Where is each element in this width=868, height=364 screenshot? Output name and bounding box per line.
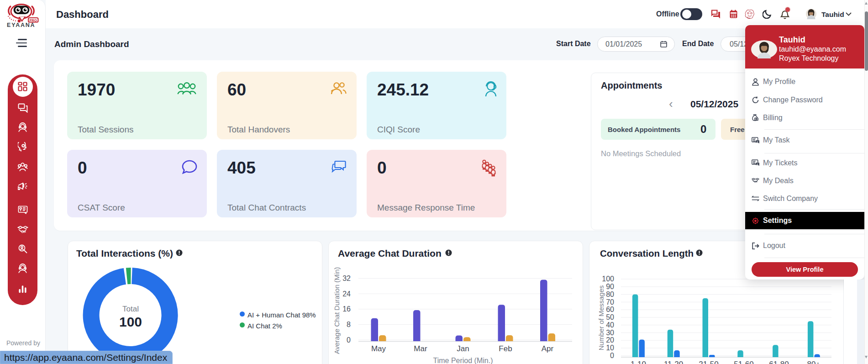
svg-text:90: 90 xyxy=(606,283,614,290)
svg-text:1-10: 1-10 xyxy=(631,360,646,364)
svg-text:24: 24 xyxy=(342,290,351,298)
svg-text:50: 50 xyxy=(606,313,614,321)
svg-text:Average Chat Duration (Min): Average Chat Duration (Min) xyxy=(333,267,341,354)
svg-text:100: 100 xyxy=(602,275,614,283)
svg-text:0: 0 xyxy=(610,352,614,359)
svg-text:21-50: 21-50 xyxy=(699,360,718,364)
svg-text:Apr: Apr xyxy=(542,344,554,353)
svg-text:70: 70 xyxy=(606,298,614,306)
svg-text:80: 80 xyxy=(606,290,614,298)
svg-text:60: 60 xyxy=(606,306,614,313)
svg-text:30: 30 xyxy=(606,329,614,337)
svg-text:61-80: 61-80 xyxy=(769,360,789,364)
svg-text:Number of Messages: Number of Messages xyxy=(597,285,605,351)
svg-text:32: 32 xyxy=(342,274,351,282)
svg-text:40: 40 xyxy=(606,321,614,329)
svg-text:Time Period (Min.): Time Period (Min.) xyxy=(433,357,493,364)
svg-text:20: 20 xyxy=(606,336,614,344)
svg-text:Total: Total xyxy=(122,305,139,313)
svg-text:Feb: Feb xyxy=(499,344,512,353)
svg-text:May: May xyxy=(371,344,386,353)
svg-text:Mar: Mar xyxy=(414,344,427,353)
svg-text:Jan: Jan xyxy=(457,344,469,353)
svg-text:80+: 80+ xyxy=(807,360,821,364)
svg-text:0: 0 xyxy=(347,336,351,344)
svg-text:51-60: 51-60 xyxy=(734,360,753,364)
svg-text:8: 8 xyxy=(347,321,351,328)
svg-text:11-20: 11-20 xyxy=(664,360,683,364)
svg-text:100: 100 xyxy=(119,314,142,329)
svg-text:10: 10 xyxy=(606,344,614,352)
svg-text:16: 16 xyxy=(342,305,351,313)
